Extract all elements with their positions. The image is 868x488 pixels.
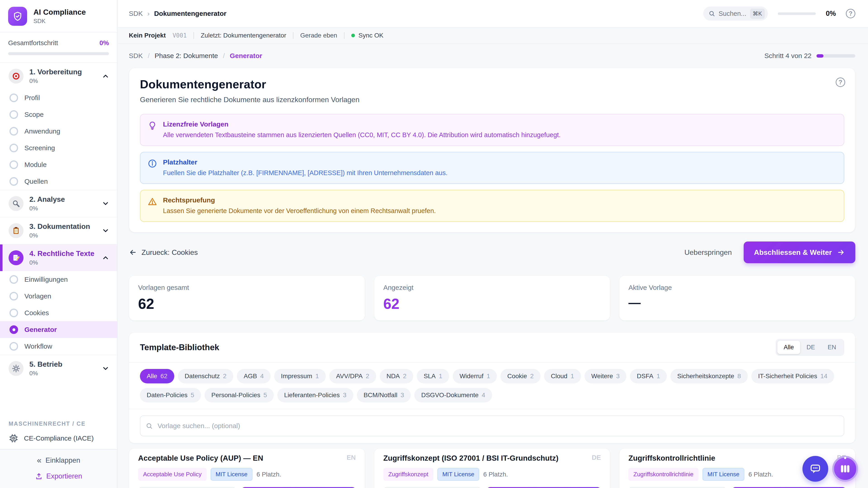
skip-button[interactable]: Ueberspringen <box>681 246 736 259</box>
board-view-fab[interactable] <box>832 456 858 482</box>
radio-icon <box>9 308 18 317</box>
chip-count: 4 <box>260 372 264 380</box>
chip-count: 5 <box>191 392 194 399</box>
template-search <box>140 416 844 436</box>
filter-chip-dsfa[interactable]: DSFA1 <box>630 369 667 383</box>
alert-blue: PlatzhalterFuellen Sie die Platzhalter (… <box>140 152 844 184</box>
alert-text: Alle verwendeten Textbausteine stammen a… <box>163 131 561 139</box>
phase-percent: 0% <box>29 232 90 239</box>
status-bar: Kein Projekt V001 Zuletzt: Dokumentengen… <box>118 27 868 44</box>
filter-chip-alle[interactable]: Alle62 <box>140 369 174 383</box>
breadcrumb-phase[interactable]: Phase 2: Dokumente <box>155 52 218 60</box>
sidebar-item-screening[interactable]: Screening <box>0 140 117 156</box>
export-button[interactable]: Exportieren <box>35 472 82 480</box>
collapse-sidebar-button[interactable]: « Einklappen <box>37 456 80 464</box>
phase-percent: 0% <box>29 370 62 377</box>
filter-chip-agb[interactable]: AGB4 <box>237 369 271 383</box>
sidebar-item-label: Anwendung <box>24 127 60 135</box>
filter-chip-lieferanten-policies[interactable]: Lieferanten-Policies3 <box>277 388 353 402</box>
sidebar-phase-4[interactable]: 4. Rechtliche Texte0% <box>0 244 117 271</box>
filter-chip-datenschutz[interactable]: Datenschutz2 <box>178 369 233 383</box>
help-icon[interactable]: ? <box>846 9 855 18</box>
template-preview-button[interactable] <box>138 487 236 488</box>
filter-chip-weitere[interactable]: Weitere3 <box>585 369 627 383</box>
sidebar-phase-5[interactable]: 5. Betrieb0% <box>0 355 117 382</box>
sidebar-item-scope[interactable]: Scope <box>0 106 117 123</box>
sidebar-item-cookies[interactable]: Cookies <box>0 304 117 321</box>
filter-chip-cloud[interactable]: Cloud1 <box>544 369 581 383</box>
chat-fab[interactable] <box>802 456 828 482</box>
alert-title: Lizenzfreie Vorlagen <box>163 121 561 128</box>
filter-chip-cookie[interactable]: Cookie2 <box>500 369 540 383</box>
sidebar-item-label: Quellen <box>24 177 48 185</box>
radio-icon <box>9 160 18 169</box>
sidebar-item-label: Cookies <box>24 309 49 317</box>
card-help-icon[interactable]: ? <box>836 77 845 87</box>
radio-icon <box>9 127 18 135</box>
template-actions <box>138 487 356 488</box>
filter-chip-personal-policies[interactable]: Personal-Policies5 <box>205 388 274 402</box>
sync-status-dot <box>351 34 355 37</box>
lang-tab-alle[interactable]: Alle <box>777 341 800 354</box>
template-use-button[interactable] <box>487 487 601 488</box>
template-use-button[interactable] <box>732 487 846 488</box>
template-preview-button[interactable] <box>628 487 726 488</box>
clipboard-icon <box>8 223 24 238</box>
back-button[interactable]: Zurueck: Cookies <box>129 248 198 257</box>
breadcrumb-sdk[interactable]: SDK <box>129 10 143 18</box>
chip-label: Personal-Policies <box>211 392 260 399</box>
breadcrumb-sdk[interactable]: SDK <box>129 52 143 60</box>
sidebar-item-label: Scope <box>24 111 43 119</box>
sidebar-item-anwendung[interactable]: Anwendung <box>0 123 117 140</box>
filter-chip-sicherheitskonzepte[interactable]: Sicherheitskonzepte8 <box>671 369 748 383</box>
stat-card: Vorlagen gesamt62 <box>129 275 365 321</box>
sidebar: AI Compliance SDK Gesamtfortschritt 0% 1… <box>0 0 118 488</box>
chevron-up-icon <box>102 254 110 262</box>
sidebar-item-generator[interactable]: Generator <box>0 321 117 338</box>
finish-next-button[interactable]: Abschliessen & Weiter <box>744 241 855 263</box>
phase-text: 5. Betrieb0% <box>29 360 62 377</box>
lang-tab-en[interactable]: EN <box>821 341 842 354</box>
sidebar-phase-2[interactable]: 2. Analyse0% <box>0 190 117 217</box>
filter-chip-widerruf[interactable]: Widerruf1 <box>453 369 497 383</box>
sidebar-item-quellen[interactable]: Quellen <box>0 173 117 190</box>
chip-label: Cookie <box>507 372 527 380</box>
filter-chip-sla[interactable]: SLA1 <box>417 369 449 383</box>
chip-label: DSFA <box>637 372 653 380</box>
filter-chip-nda[interactable]: NDA2 <box>380 369 413 383</box>
template-preview-button[interactable] <box>383 487 481 488</box>
sidebar-item-vorlagen[interactable]: Vorlagen <box>0 288 117 304</box>
chip-count: 1 <box>439 372 442 380</box>
sidebar-item-profil[interactable]: Profil <box>0 90 117 106</box>
lightbulb-icon <box>148 121 157 130</box>
filter-chip-dsgvo-dokumente[interactable]: DSGVO-Dokumente4 <box>414 388 492 402</box>
filter-chip-daten-policies[interactable]: Daten-Policies5 <box>140 388 201 402</box>
alert-body: Lizenzfreie VorlagenAlle verwendeten Tex… <box>163 121 561 139</box>
arrow-right-icon <box>837 248 845 256</box>
chip-label: SLA <box>424 372 436 380</box>
template-search-input[interactable] <box>140 416 844 436</box>
sidebar-phase-3[interactable]: 3. Dokumentation0% <box>0 217 117 244</box>
chip-label: Lieferanten-Policies <box>284 392 340 399</box>
sidebar-phase-1[interactable]: 1. Vorbereitung0% <box>0 63 117 90</box>
stat-label: Vorlagen gesamt <box>138 284 356 291</box>
sidebar-item-module[interactable]: Module <box>0 156 117 173</box>
filter-chip-avv-dpa[interactable]: AVV/DPA2 <box>329 369 376 383</box>
filter-chip-bcm-notfall[interactable]: BCM/Notfall3 <box>357 388 411 402</box>
sidebar-item-workflow[interactable]: Workflow <box>0 338 117 355</box>
radio-icon <box>9 177 18 186</box>
filter-chip-impressum[interactable]: Impressum1 <box>274 369 326 383</box>
alert-text: Fuellen Sie die Platzhalter (z.B. [FIRME… <box>163 168 447 177</box>
sidebar-item-einwilligungen[interactable]: Einwilligungen <box>0 271 117 288</box>
sidebar-section-label: MASCHINENRECHT / CE <box>0 414 117 429</box>
template-use-button[interactable] <box>241 487 355 488</box>
chip-count: 8 <box>737 372 741 380</box>
global-search-button[interactable]: Suchen... ⌘K <box>703 6 768 21</box>
sidebar-item-ce-compliance[interactable]: CE-Compliance (IACE) <box>0 429 117 449</box>
step-progress-bar <box>816 54 855 58</box>
breadcrumb-current: Dokumentengenerator <box>154 10 226 18</box>
gear-icon <box>8 361 24 376</box>
filter-chip-it-sicherheit-policies[interactable]: IT-Sicherheit Policies14 <box>751 369 834 383</box>
lang-tab-de[interactable]: DE <box>800 341 822 354</box>
chip-label: Daten-Policies <box>147 392 188 399</box>
